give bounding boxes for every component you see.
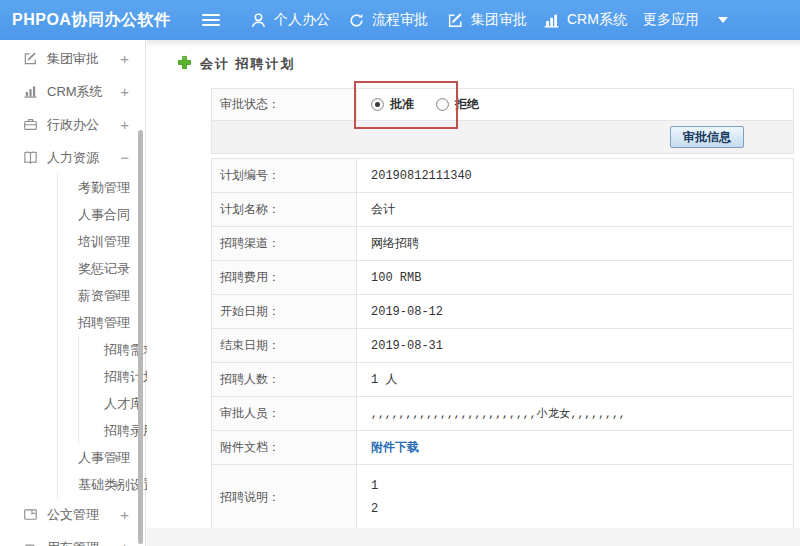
table-row-plan-name: 计划名称： 会计	[212, 193, 793, 227]
note-line-2: 2	[371, 502, 378, 516]
approval-options: 批准 拒绝	[357, 89, 793, 120]
bar-chart-icon	[22, 84, 38, 99]
approval-status-row: 审批状态： 批准 拒绝	[212, 89, 793, 121]
sidebar-item-training[interactable]: 培训管理	[58, 228, 145, 255]
footer-strip	[147, 528, 800, 546]
expand-toggle[interactable]: −	[120, 150, 129, 165]
nav-workflow-approval[interactable]: 流程审批	[348, 11, 428, 29]
approval-status-table: 审批状态： 批准 拒绝 审批信息	[211, 88, 794, 154]
approvers-value: ,,,,,,,,,,,,,,,,,,,,,,,,小龙女,,,,,,,,	[357, 397, 793, 430]
radio-reject[interactable]: 拒绝	[436, 96, 479, 113]
radio-approve[interactable]: 批准	[371, 96, 414, 113]
headcount-value: 1 人	[357, 363, 793, 396]
hr-submenu: 考勤管理 人事合同 培训管理 奖惩记录 薪资管理 + 招聘管理 − 招聘需求 招…	[57, 174, 145, 498]
sidebar: 集团审批 + CRM系统 + 行政办公 + 人力资源 − 考勤管理 人事合同 培…	[0, 40, 146, 546]
sidebar-item-hr[interactable]: 人力资源 −	[0, 141, 145, 174]
car-icon	[22, 540, 38, 546]
approval-info-button[interactable]: 审批信息	[670, 126, 744, 148]
topbar: PHPOA协同办公软件 个人办公 流程审批 集团审批 CRM系统	[0, 0, 800, 40]
sidebar-item-crm[interactable]: CRM系统 +	[0, 75, 145, 108]
table-row-start-date: 开始日期： 2019-08-12	[212, 295, 793, 329]
expand-toggle[interactable]: +	[120, 84, 129, 99]
expand-toggle[interactable]: +	[112, 477, 121, 492]
sidebar-scrollbar[interactable]	[138, 130, 143, 544]
page-title: 会计 招聘计划	[200, 55, 296, 73]
table-row-headcount: 招聘人数： 1 人	[212, 363, 793, 397]
sidebar-item-personnel-mgmt[interactable]: 人事管理 +	[58, 444, 145, 471]
flow-arrow-icon	[348, 12, 365, 29]
table-row-recruit-channel: 招聘渠道： 网络招聘	[212, 227, 793, 261]
sidebar-item-recruit-hire[interactable]: 招聘录用	[79, 417, 145, 444]
bar-chart-icon	[543, 12, 560, 29]
document-icon	[22, 507, 38, 522]
recruit-note-value: 1 2	[357, 465, 793, 529]
table-row-approvers: 审批人员： ,,,,,,,,,,,,,,,,,,,,,,,,小龙女,,,,,,,…	[212, 397, 793, 431]
nav-more-apps[interactable]: 更多应用	[643, 11, 728, 29]
book-icon	[22, 150, 38, 165]
sidebar-item-base-category[interactable]: 基础类别设置 +	[58, 471, 145, 498]
user-icon	[250, 12, 267, 29]
sidebar-item-recruit-plan[interactable]: 招聘计划	[79, 363, 145, 390]
expand-toggle[interactable]: +	[112, 288, 121, 303]
nav-group-approval[interactable]: 集团审批	[447, 11, 527, 29]
sidebar-item-recruit-demand[interactable]: 招聘需求	[79, 336, 145, 363]
expand-toggle[interactable]: +	[120, 117, 129, 132]
sidebar-item-document-mgmt[interactable]: 公文管理 +	[0, 498, 145, 531]
expand-toggle[interactable]: +	[120, 540, 129, 546]
nav-crm-system[interactable]: CRM系统	[543, 11, 627, 29]
app-logo: PHPOA协同办公软件	[0, 10, 190, 31]
plan-name-value: 会计	[357, 193, 793, 226]
sidebar-item-talent-pool[interactable]: 人才库	[79, 390, 145, 417]
end-date-value: 2019-08-31	[357, 329, 793, 362]
sidebar-item-recruit-mgmt[interactable]: 招聘管理 −	[58, 309, 145, 336]
edit-square-icon	[447, 12, 464, 29]
sidebar-item-rewards[interactable]: 奖惩记录	[58, 255, 145, 282]
start-date-value: 2019-08-12	[357, 295, 793, 328]
expand-toggle[interactable]: +	[120, 51, 129, 66]
radio-reject-circle[interactable]	[436, 98, 449, 111]
recruit-submenu: 招聘需求 招聘计划 人才库 招聘录用	[78, 336, 145, 444]
radio-approve-circle[interactable]	[371, 98, 384, 111]
sidebar-item-vehicle-mgmt[interactable]: 用车管理 +	[0, 531, 145, 546]
attachment-download-link[interactable]: 附件下载	[371, 439, 419, 456]
approval-status-label: 审批状态：	[212, 89, 357, 120]
approval-button-row: 审批信息	[212, 121, 793, 153]
table-row-attachment: 附件文档： 附件下载	[212, 431, 793, 465]
add-plus-icon	[177, 55, 192, 73]
recruit-channel-value: 网络招聘	[357, 227, 793, 260]
expand-toggle[interactable]: +	[120, 507, 129, 522]
table-row-plan-number: 计划编号： 20190812111340	[212, 159, 793, 193]
nav-personal-office[interactable]: 个人办公	[250, 11, 330, 29]
content-top-strip	[147, 40, 800, 47]
page-title-row: 会计 招聘计划	[177, 55, 296, 73]
sidebar-item-admin-office[interactable]: 行政办公 +	[0, 108, 145, 141]
sidebar-item-salary[interactable]: 薪资管理 +	[58, 282, 145, 309]
expand-toggle[interactable]: +	[112, 450, 121, 465]
table-row-recruit-note: 招聘说明： 1 2	[212, 465, 793, 529]
table-row-end-date: 结束日期： 2019-08-31	[212, 329, 793, 363]
expand-toggle[interactable]: −	[112, 315, 121, 330]
sidebar-item-attendance[interactable]: 考勤管理	[58, 174, 145, 201]
main-content: 会计 招聘计划 审批状态： 批准 拒绝 审批信息 计划编号： 2	[147, 40, 800, 546]
plan-detail-table: 计划编号： 20190812111340 计划名称： 会计 招聘渠道： 网络招聘…	[211, 158, 794, 530]
briefcase-icon	[22, 117, 38, 132]
recruit-cost-value: 100 RMB	[357, 261, 793, 294]
main-nav: 个人办公 流程审批 集团审批 CRM系统 更多应用	[222, 11, 728, 29]
menu-icon[interactable]	[202, 13, 222, 27]
table-row-recruit-cost: 招聘费用： 100 RMB	[212, 261, 793, 295]
sidebar-item-hr-contract[interactable]: 人事合同	[58, 201, 145, 228]
sidebar-item-group-approval[interactable]: 集团审批 +	[0, 42, 145, 75]
plan-number-value: 20190812111340	[357, 159, 793, 192]
note-line-1: 1	[371, 479, 378, 493]
caret-down-icon	[718, 17, 728, 23]
edit-square-icon	[22, 51, 38, 66]
